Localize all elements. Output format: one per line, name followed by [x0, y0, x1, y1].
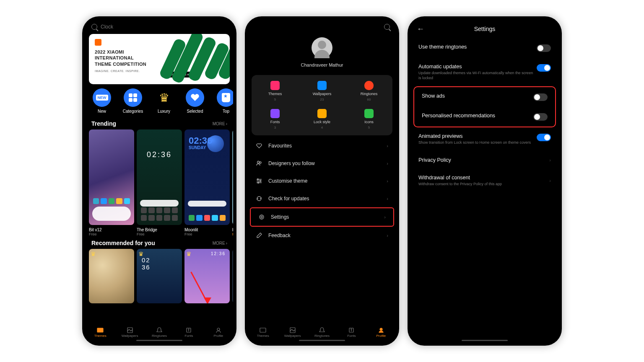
banner-art: [163, 34, 230, 84]
rec-item-2[interactable]: ♛02 36: [137, 249, 182, 303]
profile-block[interactable]: Chandraveer Mathur: [248, 34, 396, 75]
nav-ringtones[interactable]: Ringtones: [145, 322, 174, 342]
chevron-right-icon: ›: [387, 178, 388, 184]
heart-icon: [256, 142, 262, 149]
nav-fonts[interactable]: Fonts: [337, 322, 366, 342]
settings-screen: ← Settings Use theme ringtones Automatic…: [411, 20, 558, 342]
cat-categories[interactable]: Categories: [118, 88, 148, 114]
theme-bridge[interactable]: 02:36 The Bridge Free: [137, 129, 182, 236]
menu-settings[interactable]: Settings›: [250, 207, 394, 227]
avatar-icon: [312, 37, 332, 58]
phone-2: Chandraveer Mathur Themes5 Wallpapers23 …: [245, 16, 399, 346]
theme-bubble[interactable]: ♛ bubble Premium: [232, 129, 233, 236]
lock-icon: [317, 109, 327, 118]
chevron-right-icon: ›: [384, 215, 386, 220]
crown-icon: ♛: [186, 251, 192, 257]
home-indicator[interactable]: [462, 340, 508, 341]
nav-themes[interactable]: Themes: [248, 322, 278, 342]
rec-item-3[interactable]: ♛12:36: [184, 249, 230, 303]
nav-ringtones[interactable]: Ringtones: [307, 322, 337, 342]
grid-themes[interactable]: Themes5: [252, 81, 299, 101]
setting-personalised[interactable]: Personalised recommendations: [414, 107, 555, 127]
cat-top[interactable]: Top: [211, 88, 233, 114]
svg-point-5: [260, 162, 261, 163]
chevron-right-icon: ›: [549, 158, 551, 163]
trending-more-button[interactable]: MORE›: [213, 122, 227, 126]
profile-menu: Favourites› Designers you follow› Custom…: [248, 135, 396, 246]
rec-title: Recommended for you: [91, 240, 155, 246]
refresh-icon: [256, 195, 262, 202]
svg-point-3: [217, 328, 220, 331]
grid-ringtones[interactable]: Ringtones60: [345, 81, 392, 101]
icons-icon: [364, 109, 374, 118]
menu-updates[interactable]: Check for updates›: [248, 190, 396, 207]
fonts-icon: [270, 109, 280, 118]
search-placeholder: Clock: [101, 24, 113, 30]
nav-wallpapers[interactable]: Wallpapers: [115, 322, 144, 342]
chevron-right-icon: ›: [387, 143, 388, 148]
promo-banner[interactable]: 2022 XIAOMI INTERNATIONAL THEME COMPETIT…: [89, 34, 230, 84]
trending-row[interactable]: Bit v12 Free 02:36 The Bridge Free 02:36…: [86, 129, 233, 236]
menu-favourites[interactable]: Favourites›: [248, 137, 396, 155]
gear-icon: [258, 214, 265, 220]
crown-icon: ♛: [159, 91, 169, 105]
nav-wallpapers[interactable]: Wallpapers: [278, 322, 307, 342]
search-bar[interactable]: Clock: [86, 20, 233, 34]
phone-3: ← Settings Use theme ringtones Automatic…: [408, 16, 562, 346]
svg-point-9: [260, 215, 264, 219]
phone-1: Clock 2022 XIAOMI INTERNATIONAL THEME CO…: [82, 16, 236, 346]
bottom-nav-1: Themes Wallpapers Ringtones Fonts Profil…: [86, 322, 233, 342]
menu-designers[interactable]: Designers you follow›: [248, 155, 396, 172]
rec-more-button[interactable]: MORE›: [213, 241, 227, 246]
cat-luxury[interactable]: ♛Luxury: [149, 88, 179, 114]
search-icon: [91, 24, 97, 30]
setting-auto-updates[interactable]: Automatic updatesUpdate downloaded theme…: [411, 58, 558, 86]
people-icon: [256, 160, 262, 167]
trending-header: Trending MORE›: [86, 117, 233, 129]
cat-new[interactable]: NEWNew: [87, 88, 117, 114]
grid-fonts[interactable]: Fonts3: [252, 109, 299, 129]
toggle-auto-updates[interactable]: [537, 64, 551, 72]
grid-lockstyle[interactable]: Lock style4: [299, 109, 345, 129]
home-indicator[interactable]: [299, 340, 345, 341]
search-icon[interactable]: [384, 24, 390, 30]
nav-fonts[interactable]: Fonts: [174, 322, 203, 342]
themes-icon: [270, 81, 280, 90]
grid-wallpapers[interactable]: Wallpapers23: [299, 81, 345, 101]
setting-privacy-policy[interactable]: Privacy Policy ›: [411, 151, 558, 169]
menu-customise[interactable]: Customise theme›: [248, 172, 396, 190]
rec-item-4[interactable]: [232, 249, 233, 303]
recommended-row[interactable]: ♛ ♛02 36 ♛12:36: [86, 249, 233, 303]
edit-icon: [256, 232, 262, 239]
toggle-show-ads[interactable]: [533, 93, 548, 101]
library-grid: Themes5 Wallpapers23 Ringtones60 Fonts3 …: [252, 75, 392, 135]
rec-item-1[interactable]: ♛: [89, 249, 134, 303]
back-arrow-icon[interactable]: ←: [417, 25, 424, 34]
theme-bitv12[interactable]: Bit v12 Free: [89, 129, 134, 236]
setting-withdraw-consent[interactable]: Withdrawal of consentWithdraw consent to…: [411, 169, 558, 193]
chevron-right-icon: ›: [387, 161, 388, 166]
ribbon-icon: [222, 93, 230, 102]
category-row: NEWNew Categories ♛Luxury Selected Top: [86, 84, 233, 117]
svg-rect-0: [97, 328, 103, 332]
grid-icons[interactable]: Icons5: [345, 109, 392, 129]
menu-feedback[interactable]: Feedback›: [248, 227, 396, 244]
heart-icon: [190, 93, 200, 102]
svg-rect-11: [260, 328, 266, 332]
toggle-animated[interactable]: [537, 134, 551, 141]
toggle-ringtones[interactable]: [537, 44, 551, 52]
setting-animated-previews[interactable]: Animated previewsShow transition from Lo…: [411, 127, 558, 151]
svg-point-4: [257, 161, 260, 163]
cat-selected[interactable]: Selected: [180, 88, 210, 114]
nav-themes[interactable]: Themes: [86, 322, 115, 342]
nav-profile[interactable]: Profile: [204, 322, 233, 342]
setting-use-theme-ringtones[interactable]: Use theme ringtones: [411, 38, 558, 58]
toggle-personalised[interactable]: [533, 113, 548, 121]
bottom-nav-2: Themes Wallpapers Ringtones Fonts Profil…: [248, 322, 396, 342]
setting-show-ads[interactable]: Show ads: [414, 87, 555, 107]
sliders-icon: [256, 178, 262, 184]
nav-profile[interactable]: Profile: [366, 322, 396, 342]
home-indicator[interactable]: [136, 340, 182, 341]
themes-store-screen: Clock 2022 XIAOMI INTERNATIONAL THEME CO…: [86, 20, 233, 342]
theme-moonlit[interactable]: 02:36 SUNDAY Moonlit Free: [184, 129, 230, 236]
